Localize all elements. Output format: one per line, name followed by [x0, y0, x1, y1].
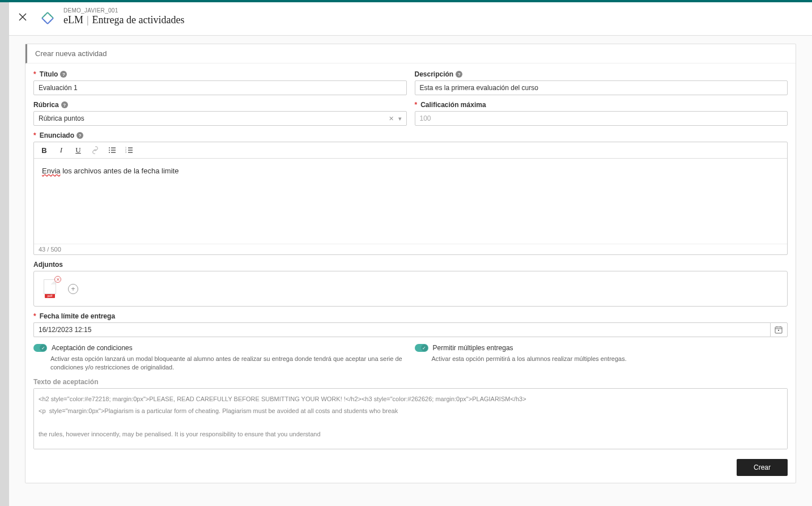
texto-aceptacion-label: Texto de aceptación [33, 378, 788, 386]
svg-point-5 [109, 150, 110, 151]
unordered-list-button[interactable] [108, 146, 117, 155]
titulo-input[interactable] [33, 80, 407, 95]
help-icon[interactable]: ? [61, 101, 68, 108]
rubrica-label: Rúbrica ? [33, 101, 407, 109]
svg-point-6 [109, 152, 110, 153]
calificacion-input[interactable] [415, 111, 788, 126]
svg-point-3 [44, 20, 45, 22]
calificacion-label: *Calificación máxima [415, 101, 788, 109]
header: DEMO_JAVIER_001 eLM | Entrega de activid… [9, 2, 812, 36]
svg-point-2 [50, 20, 51, 22]
link-button[interactable] [91, 146, 100, 155]
fecha-input[interactable] [33, 322, 770, 337]
attachment-pdf[interactable]: pdf ✕ [42, 279, 58, 298]
card-title: Crear nueva actividad [25, 44, 796, 63]
svg-text:3: 3 [125, 151, 126, 154]
calendar-icon [775, 326, 783, 334]
remove-attachment-button[interactable]: ✕ [54, 276, 61, 283]
aceptacion-toggle[interactable] [33, 344, 47, 352]
multiples-label: Permitir múltiples entregas [433, 344, 513, 352]
app-logo [39, 9, 57, 27]
create-activity-card: Crear nueva actividad *Título ? [25, 44, 796, 483]
rte-toolbar: B I U 123 [34, 142, 787, 159]
close-icon [19, 13, 27, 21]
svg-point-0 [44, 15, 45, 16]
chevron-down-icon: ▾ [398, 115, 402, 122]
texto-aceptacion-textarea[interactable] [33, 388, 788, 449]
multiples-toggle[interactable] [415, 344, 428, 352]
rte-content[interactable]: Envia los archivos antes de la fecha lim… [34, 159, 787, 244]
italic-button[interactable]: I [57, 146, 66, 155]
help-icon[interactable]: ? [76, 132, 83, 139]
help-icon[interactable]: ? [60, 71, 67, 78]
attachments-area: pdf ✕ + [33, 271, 788, 307]
descripcion-input[interactable] [415, 80, 788, 95]
help-icon[interactable]: ? [456, 71, 462, 78]
rubrica-select[interactable]: Rúbrica puntos ✕ ▾ [33, 111, 407, 126]
titulo-label: *Título ? [33, 70, 407, 78]
crear-button[interactable]: Crear [737, 459, 788, 476]
multiples-description: Activar esta opción permitirá a los alum… [432, 355, 788, 363]
header-subtitle: DEMO_JAVIER_001 [63, 7, 185, 14]
close-button[interactable] [15, 9, 31, 25]
add-attachment-button[interactable]: + [68, 284, 78, 294]
enunciado-editor: B I U 123 [33, 142, 788, 255]
svg-point-1 [50, 15, 51, 16]
calendar-button[interactable] [770, 322, 788, 337]
aceptacion-description: Activar esta opción lanzará un modal blo… [50, 355, 407, 372]
side-rail [0, 2, 9, 506]
svg-rect-11 [778, 330, 779, 331]
adjuntos-label: Adjuntos [33, 261, 788, 269]
enunciado-label: *Enunciado ? [33, 131, 788, 139]
header-title: eLM | Entrega de actividades [63, 14, 185, 26]
aceptacion-label: Aceptación de condiciones [52, 344, 133, 352]
underline-button[interactable]: U [74, 146, 83, 155]
fecha-label: *Fecha límite de entrega [33, 312, 788, 320]
rte-counter: 43 / 500 [34, 244, 787, 254]
descripcion-label: Descripción ? [415, 70, 788, 78]
clear-icon[interactable]: ✕ [389, 115, 394, 122]
svg-point-4 [109, 147, 110, 148]
bold-button[interactable]: B [40, 146, 49, 155]
ordered-list-button[interactable]: 123 [125, 146, 134, 155]
